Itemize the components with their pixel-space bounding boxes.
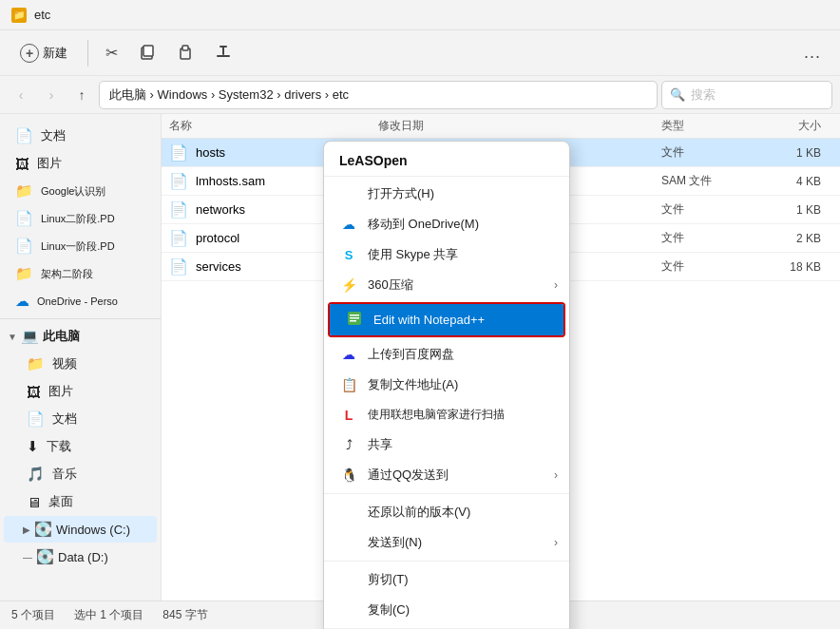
pictures-icon: 🖼 — [15, 156, 29, 172]
cm-label-360: 360压缩 — [368, 276, 413, 294]
cm-sep1 — [324, 493, 569, 494]
rename-button[interactable] — [207, 38, 239, 68]
col-name-header[interactable]: 名称 — [169, 118, 378, 134]
sidebar-label-docs2: 文档 — [52, 410, 77, 428]
cm-item-notepad[interactable]: Edit with Notepad++ — [330, 304, 563, 335]
cm-item-lenovo[interactable]: L 使用联想电脑管家进行扫描 — [324, 400, 569, 429]
cm-item-restore[interactable]: 还原以前的版本(V) — [324, 497, 569, 527]
file-type-lmhosts: SAM 文件 — [661, 173, 756, 189]
cm-item-onedrive[interactable]: ☁ 移动到 OneDrive(M) — [324, 209, 569, 239]
file-icon-hosts: 📄 — [169, 143, 188, 162]
cut-button[interactable]: ✂ — [98, 39, 125, 67]
sidebar-item-onedrive[interactable]: ☁ OneDrive - Perso — [4, 288, 157, 314]
search-box[interactable]: 🔍 搜索 — [661, 81, 832, 109]
cm-item-qq[interactable]: 🐧 通过QQ发送到 › — [324, 460, 569, 490]
pc-icon: 💻 — [21, 328, 39, 345]
sidebar-label-google: Google认识别 — [41, 184, 105, 199]
cm-item-cut[interactable]: 剪切(T) — [324, 564, 569, 595]
new-icon: + — [20, 44, 39, 63]
copy-icon-btn[interactable] — [131, 38, 163, 68]
file-type-networks: 文件 — [661, 201, 756, 218]
cm-label-sendto: 发送到(N) — [368, 534, 422, 551]
sidebar-item-data-d[interactable]: — 💽 Data (D:) — [4, 543, 157, 570]
cm-item-360[interactable]: ⚡ 360压缩 › — [324, 270, 569, 300]
sidebar-item-google[interactable]: 📁 Google认识别 — [4, 178, 157, 204]
cm-label-open: 打开方式(H) — [368, 185, 434, 202]
back-button[interactable]: ‹ — [8, 82, 34, 108]
sidebar-label-desktop: 桌面 — [48, 493, 73, 510]
sidebar-item-jiagou[interactable]: 📁 架构二阶段 — [4, 260, 157, 287]
desktop-icon: 🖥 — [27, 494, 41, 510]
svg-rect-3 — [182, 46, 188, 50]
sidebar-label-pc: 此电脑 — [43, 328, 80, 345]
file-list-header: 名称 修改日期 类型 大小 — [162, 114, 840, 139]
sidebar-label-jiagou: 架构二阶段 — [41, 267, 93, 281]
cm-share-icon: ⤴ — [339, 437, 358, 452]
forward-button[interactable]: › — [38, 82, 65, 108]
sidebar-item-download[interactable]: ⬇ 下载 — [4, 433, 157, 460]
sidebar-label-linux1: Linux一阶段.PD — [41, 239, 115, 254]
file-size-lmhosts: 4 KB — [756, 175, 832, 188]
sidebar-item-docs2[interactable]: 📄 文档 — [4, 406, 157, 432]
paste-button[interactable] — [169, 38, 201, 68]
new-button[interactable]: + 新建 — [10, 38, 78, 68]
docs-icon2: 📄 — [27, 410, 45, 428]
sidebar: 📄 文档 🖼 图片 📁 Google认识别 📄 Linux二阶段.PD 📄 Li… — [0, 114, 162, 600]
cm-360-icon: ⚡ — [339, 277, 358, 293]
cm-copy-path-icon: 📋 — [339, 377, 358, 392]
cm-item-copy-path[interactable]: 📋 复制文件地址(A) — [324, 370, 569, 400]
sidebar-item-documents[interactable]: 📄 文档 — [4, 123, 157, 149]
file-icon-lmhosts: 📄 — [169, 172, 188, 190]
file-size-networks: 1 KB — [756, 203, 832, 217]
sidebar-label-music: 音乐 — [52, 466, 77, 483]
cm-label-notepad: Edit with Notepad++ — [373, 313, 485, 327]
chevron-icon: ▼ — [8, 332, 17, 342]
col-date-header[interactable]: 修改日期 — [378, 118, 661, 134]
sidebar-item-desktop[interactable]: 🖥 桌面 — [4, 488, 157, 515]
cm-item-sendto[interactable]: 发送到(N) › — [324, 527, 569, 558]
status-count: 5 个项目 — [11, 607, 55, 623]
file-size-services: 18 KB — [756, 260, 832, 274]
cm-item-copy[interactable]: 复制(C) — [324, 595, 569, 625]
file-icon-linux2: 📄 — [15, 210, 33, 227]
cm-label-qq: 通过QQ发送到 — [368, 467, 449, 484]
sidebar-section-pc[interactable]: ▼ 💻 此电脑 — [0, 323, 161, 350]
col-type-header[interactable]: 类型 — [661, 118, 756, 134]
cm-arrow-qq: › — [554, 468, 558, 482]
sidebar-label-documents: 文档 — [41, 127, 66, 144]
cm-item-share[interactable]: ⤴ 共享 — [324, 429, 569, 460]
breadcrumb[interactable]: 此电脑 › Windows › System32 › drivers › etc — [99, 81, 658, 109]
sidebar-label-windows-c: Windows (C:) — [56, 523, 130, 537]
title-bar: 📁 etc — [0, 0, 840, 30]
sidebar-item-pictures2[interactable]: 🖼 图片 — [4, 378, 157, 405]
address-bar: ‹ › ↑ 此电脑 › Windows › System32 › drivers… — [0, 76, 840, 114]
folder-icon-jiagou: 📁 — [15, 265, 33, 282]
document-icon: 📄 — [15, 127, 33, 144]
sidebar-item-pictures[interactable]: 🖼 图片 — [4, 150, 157, 177]
toolbar-separator — [87, 40, 88, 67]
context-menu: LeASOpen 打开方式(H) ☁ 移动到 OneDrive(M) S 使用 … — [323, 141, 570, 629]
cm-item-skype[interactable]: S 使用 Skype 共享 — [324, 239, 569, 270]
cm-sep2 — [324, 561, 569, 562]
col-size-header[interactable]: 大小 — [756, 118, 832, 134]
cm-label-copy: 复制(C) — [368, 601, 410, 619]
cm-label-baidu: 上传到百度网盘 — [368, 346, 454, 363]
sidebar-item-linux1[interactable]: 📄 Linux一阶段.PD — [4, 233, 157, 259]
sidebar-item-linux2[interactable]: 📄 Linux二阶段.PD — [4, 205, 157, 232]
file-icon-services: 📄 — [169, 257, 188, 276]
up-button[interactable]: ↑ — [68, 82, 95, 108]
cm-item-baidu[interactable]: ☁ 上传到百度网盘 — [324, 339, 569, 370]
cm-item-open[interactable]: 打开方式(H) — [324, 179, 569, 209]
folder-icon: 📁 — [15, 182, 33, 200]
search-icon: 🔍 — [670, 87, 685, 102]
more-button[interactable]: ... — [794, 38, 830, 67]
sidebar-item-music[interactable]: 🎵 音乐 — [4, 461, 157, 487]
cm-arrow-360: › — [554, 278, 558, 292]
cm-arrow-sendto: › — [554, 536, 558, 549]
sidebar-item-video[interactable]: 📁 视频 — [4, 351, 157, 377]
sidebar-item-windows-c[interactable]: ▶ 💽 Windows (C:) — [4, 516, 157, 543]
cm-label-cut: 剪切(T) — [368, 571, 409, 588]
cm-notepad-icon — [345, 311, 364, 329]
sidebar-label-pictures: 图片 — [37, 155, 62, 172]
svg-rect-10 — [350, 320, 356, 322]
